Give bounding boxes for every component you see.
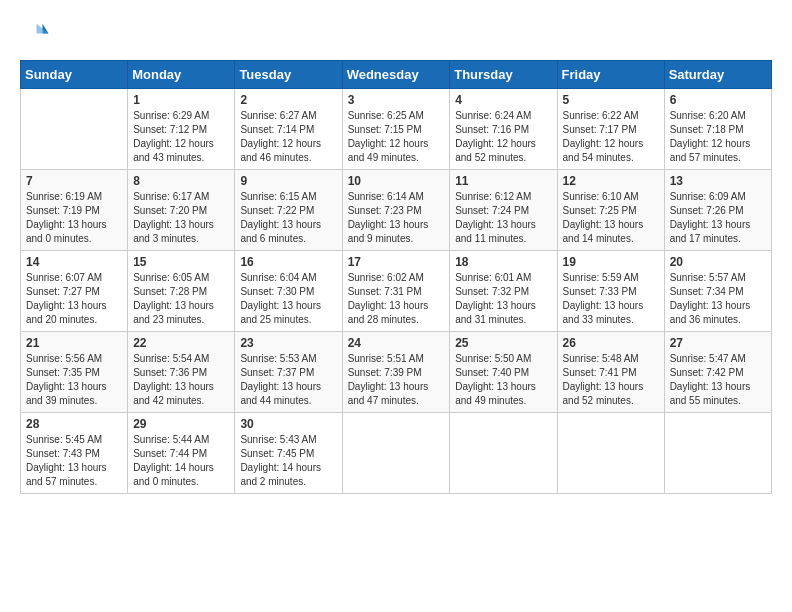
sunrise-text: Sunrise: 6:05 AM	[133, 272, 209, 283]
daylight-text: Daylight: 13 hours and 20 minutes.	[26, 300, 107, 325]
daylight-text: Daylight: 13 hours and 55 minutes.	[670, 381, 751, 406]
daylight-text: Daylight: 13 hours and 17 minutes.	[670, 219, 751, 244]
daylight-text: Daylight: 13 hours and 49 minutes.	[455, 381, 536, 406]
sunrise-text: Sunrise: 5:45 AM	[26, 434, 102, 445]
day-info: Sunrise: 5:56 AM Sunset: 7:35 PM Dayligh…	[26, 352, 122, 408]
calendar-day-cell: 9 Sunrise: 6:15 AM Sunset: 7:22 PM Dayli…	[235, 170, 342, 251]
day-number: 4	[455, 93, 551, 107]
sunset-text: Sunset: 7:41 PM	[563, 367, 637, 378]
calendar-day-cell: 24 Sunrise: 5:51 AM Sunset: 7:39 PM Dayl…	[342, 332, 450, 413]
day-info: Sunrise: 6:17 AM Sunset: 7:20 PM Dayligh…	[133, 190, 229, 246]
day-number: 10	[348, 174, 445, 188]
sunset-text: Sunset: 7:34 PM	[670, 286, 744, 297]
daylight-text: Daylight: 13 hours and 9 minutes.	[348, 219, 429, 244]
sunset-text: Sunset: 7:32 PM	[455, 286, 529, 297]
sunset-text: Sunset: 7:17 PM	[563, 124, 637, 135]
day-of-week-header: Sunday	[21, 61, 128, 89]
calendar-day-cell: 8 Sunrise: 6:17 AM Sunset: 7:20 PM Dayli…	[128, 170, 235, 251]
sunrise-text: Sunrise: 5:48 AM	[563, 353, 639, 364]
sunset-text: Sunset: 7:20 PM	[133, 205, 207, 216]
day-number: 6	[670, 93, 766, 107]
sunset-text: Sunset: 7:33 PM	[563, 286, 637, 297]
day-info: Sunrise: 6:15 AM Sunset: 7:22 PM Dayligh…	[240, 190, 336, 246]
sunset-text: Sunset: 7:12 PM	[133, 124, 207, 135]
calendar-day-cell	[450, 413, 557, 494]
sunset-text: Sunset: 7:39 PM	[348, 367, 422, 378]
calendar-day-cell: 28 Sunrise: 5:45 AM Sunset: 7:43 PM Dayl…	[21, 413, 128, 494]
day-number: 23	[240, 336, 336, 350]
logo-icon	[20, 20, 50, 50]
sunrise-text: Sunrise: 5:59 AM	[563, 272, 639, 283]
calendar-day-cell: 29 Sunrise: 5:44 AM Sunset: 7:44 PM Dayl…	[128, 413, 235, 494]
sunrise-text: Sunrise: 6:20 AM	[670, 110, 746, 121]
day-of-week-header: Tuesday	[235, 61, 342, 89]
day-info: Sunrise: 6:19 AM Sunset: 7:19 PM Dayligh…	[26, 190, 122, 246]
sunrise-text: Sunrise: 5:57 AM	[670, 272, 746, 283]
daylight-text: Daylight: 13 hours and 42 minutes.	[133, 381, 214, 406]
day-info: Sunrise: 5:57 AM Sunset: 7:34 PM Dayligh…	[670, 271, 766, 327]
calendar-week-row: 1 Sunrise: 6:29 AM Sunset: 7:12 PM Dayli…	[21, 89, 772, 170]
calendar-day-cell: 17 Sunrise: 6:02 AM Sunset: 7:31 PM Dayl…	[342, 251, 450, 332]
daylight-text: Daylight: 13 hours and 47 minutes.	[348, 381, 429, 406]
sunset-text: Sunset: 7:23 PM	[348, 205, 422, 216]
sunset-text: Sunset: 7:31 PM	[348, 286, 422, 297]
day-number: 21	[26, 336, 122, 350]
sunset-text: Sunset: 7:26 PM	[670, 205, 744, 216]
day-info: Sunrise: 5:48 AM Sunset: 7:41 PM Dayligh…	[563, 352, 659, 408]
sunrise-text: Sunrise: 5:53 AM	[240, 353, 316, 364]
day-info: Sunrise: 6:05 AM Sunset: 7:28 PM Dayligh…	[133, 271, 229, 327]
day-number: 19	[563, 255, 659, 269]
daylight-text: Daylight: 12 hours and 43 minutes.	[133, 138, 214, 163]
day-info: Sunrise: 6:20 AM Sunset: 7:18 PM Dayligh…	[670, 109, 766, 165]
calendar-day-cell: 22 Sunrise: 5:54 AM Sunset: 7:36 PM Dayl…	[128, 332, 235, 413]
calendar-day-cell: 27 Sunrise: 5:47 AM Sunset: 7:42 PM Dayl…	[664, 332, 771, 413]
daylight-text: Daylight: 13 hours and 33 minutes.	[563, 300, 644, 325]
sunrise-text: Sunrise: 6:07 AM	[26, 272, 102, 283]
sunrise-text: Sunrise: 6:10 AM	[563, 191, 639, 202]
sunrise-text: Sunrise: 6:17 AM	[133, 191, 209, 202]
daylight-text: Daylight: 13 hours and 25 minutes.	[240, 300, 321, 325]
calendar-header-row: SundayMondayTuesdayWednesdayThursdayFrid…	[21, 61, 772, 89]
daylight-text: Daylight: 13 hours and 31 minutes.	[455, 300, 536, 325]
daylight-text: Daylight: 13 hours and 14 minutes.	[563, 219, 644, 244]
day-number: 13	[670, 174, 766, 188]
day-number: 26	[563, 336, 659, 350]
daylight-text: Daylight: 12 hours and 57 minutes.	[670, 138, 751, 163]
day-number: 5	[563, 93, 659, 107]
day-info: Sunrise: 6:09 AM Sunset: 7:26 PM Dayligh…	[670, 190, 766, 246]
sunset-text: Sunset: 7:37 PM	[240, 367, 314, 378]
sunset-text: Sunset: 7:35 PM	[26, 367, 100, 378]
sunset-text: Sunset: 7:28 PM	[133, 286, 207, 297]
day-number: 8	[133, 174, 229, 188]
day-number: 3	[348, 93, 445, 107]
calendar-day-cell: 10 Sunrise: 6:14 AM Sunset: 7:23 PM Dayl…	[342, 170, 450, 251]
calendar-day-cell: 25 Sunrise: 5:50 AM Sunset: 7:40 PM Dayl…	[450, 332, 557, 413]
sunrise-text: Sunrise: 6:15 AM	[240, 191, 316, 202]
sunrise-text: Sunrise: 5:50 AM	[455, 353, 531, 364]
day-number: 17	[348, 255, 445, 269]
sunset-text: Sunset: 7:25 PM	[563, 205, 637, 216]
sunset-text: Sunset: 7:44 PM	[133, 448, 207, 459]
daylight-text: Daylight: 13 hours and 57 minutes.	[26, 462, 107, 487]
day-of-week-header: Thursday	[450, 61, 557, 89]
day-number: 11	[455, 174, 551, 188]
calendar-day-cell	[557, 413, 664, 494]
day-info: Sunrise: 6:02 AM Sunset: 7:31 PM Dayligh…	[348, 271, 445, 327]
day-number: 12	[563, 174, 659, 188]
sunset-text: Sunset: 7:18 PM	[670, 124, 744, 135]
calendar-day-cell: 11 Sunrise: 6:12 AM Sunset: 7:24 PM Dayl…	[450, 170, 557, 251]
calendar-day-cell: 26 Sunrise: 5:48 AM Sunset: 7:41 PM Dayl…	[557, 332, 664, 413]
day-number: 7	[26, 174, 122, 188]
daylight-text: Daylight: 13 hours and 39 minutes.	[26, 381, 107, 406]
calendar-day-cell: 13 Sunrise: 6:09 AM Sunset: 7:26 PM Dayl…	[664, 170, 771, 251]
day-number: 20	[670, 255, 766, 269]
calendar-day-cell	[21, 89, 128, 170]
daylight-text: Daylight: 12 hours and 54 minutes.	[563, 138, 644, 163]
sunrise-text: Sunrise: 6:29 AM	[133, 110, 209, 121]
daylight-text: Daylight: 14 hours and 2 minutes.	[240, 462, 321, 487]
sunrise-text: Sunrise: 6:22 AM	[563, 110, 639, 121]
day-info: Sunrise: 6:25 AM Sunset: 7:15 PM Dayligh…	[348, 109, 445, 165]
daylight-text: Daylight: 12 hours and 52 minutes.	[455, 138, 536, 163]
day-info: Sunrise: 5:47 AM Sunset: 7:42 PM Dayligh…	[670, 352, 766, 408]
daylight-text: Daylight: 13 hours and 36 minutes.	[670, 300, 751, 325]
